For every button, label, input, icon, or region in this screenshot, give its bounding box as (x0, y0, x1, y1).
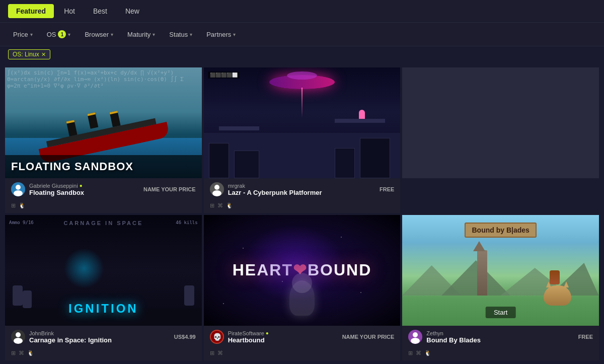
svg-text:💀: 💀 (212, 333, 221, 341)
heartbound-thumbnail: HEART❤BOUND (204, 215, 401, 326)
carnage-avatar (11, 330, 25, 344)
tab-new[interactable]: New (117, 4, 147, 18)
svg-point-4 (16, 332, 21, 337)
floating-sandbox-avatar (11, 182, 25, 196)
carnage-dev-info: JohnBrink Carnage in Space: Ignition (29, 330, 170, 344)
filter-os[interactable]: OS 1 ▾ (42, 28, 76, 41)
bound-platforms: ⊞ ⌘ 🐧 (402, 348, 599, 360)
mac-icon-lazr: ⌘ (217, 202, 223, 209)
lazr-platforms: ⊞ ⌘ 🐧 (204, 200, 401, 213)
price-label: Price (13, 31, 28, 38)
status-label: Status (169, 31, 188, 38)
mac-icon-heartbound: ⌘ (217, 350, 223, 356)
tab-best[interactable]: Best (85, 4, 115, 18)
bound-title: Bound By Blades (426, 336, 574, 344)
bound-avatar (408, 330, 422, 344)
floating-sandbox-dev-info: Gabriele Giuseppini ● Floating Sandbox (29, 183, 139, 196)
floating-sandbox-thumbnail: ∫(x²)dx sin(c) ∑n=1 f(x)=ax²+bx+c dy/dx … (5, 67, 202, 178)
lazr-title: Lazr - A Cyberpunk Platformer (228, 189, 375, 196)
os-linux-label: OS: Linux (13, 51, 39, 58)
filter-status[interactable]: Status ▾ (164, 28, 197, 41)
lazr-avatar (210, 182, 224, 196)
linux-icon: 🐧 (19, 202, 26, 209)
game-card-bound-by-blades[interactable]: Bound by B|ades Start Zethyn Bound By Bl… (401, 214, 600, 361)
os-label: OS (47, 31, 56, 38)
linux-icon-lazr: 🐧 (226, 202, 233, 209)
windows-icon-carnage: ⊞ (11, 350, 16, 356)
svg-point-2 (214, 185, 219, 190)
game-grid: ∫(x²)dx sin(c) ∑n=1 f(x)=ax²+bx+c dy/dx … (0, 62, 604, 364)
browser-label: Browser (85, 31, 109, 38)
bound-price: FREE (578, 334, 593, 340)
bound-dev-name: Zethyn (426, 330, 443, 336)
lazr-thumbnail: ⬛⬛⬛⬛⬜ (204, 67, 401, 178)
heartbound-info: 💀 PirateSoftware ● Heartbound NAME YOUR … (204, 326, 401, 348)
floating-sandbox-platforms: ⊞ 🐧 (5, 200, 202, 213)
game-card-heartbound[interactable]: HEART❤BOUND 💀 PirateSoftware ● Heartboun… (203, 214, 402, 361)
carnage-space-label: CARNAGE IN SPACE (5, 220, 202, 226)
status-chevron: ▾ (190, 32, 192, 37)
floating-sandbox-info: Gabriele Giuseppini ● Floating Sandbox N… (5, 178, 202, 200)
filter-bar: Price ▾ OS 1 ▾ Browser ▾ Maturity ▾ Stat… (0, 23, 604, 46)
bound-info: Zethyn Bound By Blades FREE (402, 326, 599, 348)
game-card-floating-sandbox[interactable]: ∫(x²)dx sin(c) ∑n=1 f(x)=ax²+bx+c dy/dx … (4, 66, 203, 214)
heartbound-platforms: ⊞ ⌘ (204, 348, 401, 360)
remove-os-linux-icon[interactable]: ✕ (41, 51, 46, 58)
os-chevron: ▾ (68, 32, 70, 37)
os-badge: 1 (58, 30, 66, 38)
bound-by-blades-title-box: Bound by B|ades (465, 223, 536, 238)
os-linux-tag[interactable]: OS: Linux ✕ (8, 49, 50, 59)
start-button-bound[interactable]: Start (486, 307, 515, 318)
svg-point-3 (212, 190, 221, 196)
carnage-dev-name: JohnBrink (29, 330, 54, 336)
svg-marker-9 (441, 260, 510, 296)
price-chevron: ▾ (30, 32, 33, 37)
linux-icon-bound: 🐧 (424, 350, 431, 356)
bound-thumbnail: Bound by B|ades Start (402, 215, 599, 326)
windows-icon-bound: ⊞ (408, 350, 413, 356)
maturity-chevron: ▾ (153, 32, 155, 37)
linux-icon-carnage: 🐧 (27, 350, 34, 356)
carnage-thumbnail: CARNAGE IN SPACE Ammo 9/16 46 kills IGNI… (5, 215, 202, 326)
filter-browser[interactable]: Browser ▾ (80, 28, 118, 41)
windows-icon: ⊞ (11, 202, 16, 209)
game-card-carnage[interactable]: CARNAGE IN SPACE Ammo 9/16 46 kills IGNI… (4, 214, 203, 361)
lazr-dev-name: mrgrak (228, 183, 245, 189)
filter-price[interactable]: Price ▾ (8, 28, 38, 41)
carnage-platforms: ⊞ ⌘ 🐧 (5, 348, 202, 360)
svg-point-1 (14, 190, 23, 196)
svg-point-13 (411, 338, 420, 344)
svg-point-12 (413, 332, 418, 337)
floating-sandbox-title: Floating Sandbox (29, 189, 139, 196)
tab-featured[interactable]: Featured (8, 4, 54, 18)
heartbound-verified-icon: ● (266, 330, 269, 336)
game-card-lazr[interactable]: ⬛⬛⬛⬛⬜ mrgrak Lazr - A Cyberpunk Platform… (203, 66, 402, 214)
lazr-price: FREE (380, 186, 394, 192)
svg-point-0 (16, 185, 21, 190)
heartbound-dev-info: PirateSoftware ● Heartbound (228, 330, 338, 344)
floating-sandbox-dev-name: Gabriele Giuseppini (29, 183, 78, 189)
windows-icon-lazr: ⊞ (210, 202, 214, 209)
top-navigation: Featured Hot Best New (0, 0, 604, 23)
carnage-info: JohnBrink Carnage in Space: Ignition US$… (5, 326, 202, 348)
game-card-placeholder (401, 66, 600, 214)
lazr-dev-info: mrgrak Lazr - A Cyberpunk Platformer (228, 183, 375, 196)
mac-icon-bound: ⌘ (416, 350, 421, 356)
floating-sandbox-price: NAME YOUR PRICE (143, 186, 196, 192)
carnage-price: US$4.99 (174, 334, 196, 340)
partners-label: Partners (206, 31, 231, 38)
active-filters-bar: OS: Linux ✕ (0, 46, 604, 62)
heartbound-price: NAME YOUR PRICE (342, 334, 395, 340)
carnage-title: Carnage in Space: Ignition (29, 336, 170, 344)
heartbound-title: Heartbound (228, 336, 338, 344)
mac-icon-carnage: ⌘ (19, 350, 24, 356)
heartbound-avatar: 💀 (210, 330, 224, 344)
tab-hot[interactable]: Hot (56, 4, 83, 18)
lazr-info: mrgrak Lazr - A Cyberpunk Platformer FRE… (204, 178, 401, 200)
browser-chevron: ▾ (111, 32, 113, 37)
placeholder-thumbnail (402, 67, 599, 178)
heartbound-dev-name: PirateSoftware (228, 330, 264, 336)
partners-chevron: ▾ (233, 32, 236, 37)
filter-maturity[interactable]: Maturity ▾ (122, 28, 160, 41)
filter-partners[interactable]: Partners ▾ (201, 28, 241, 41)
